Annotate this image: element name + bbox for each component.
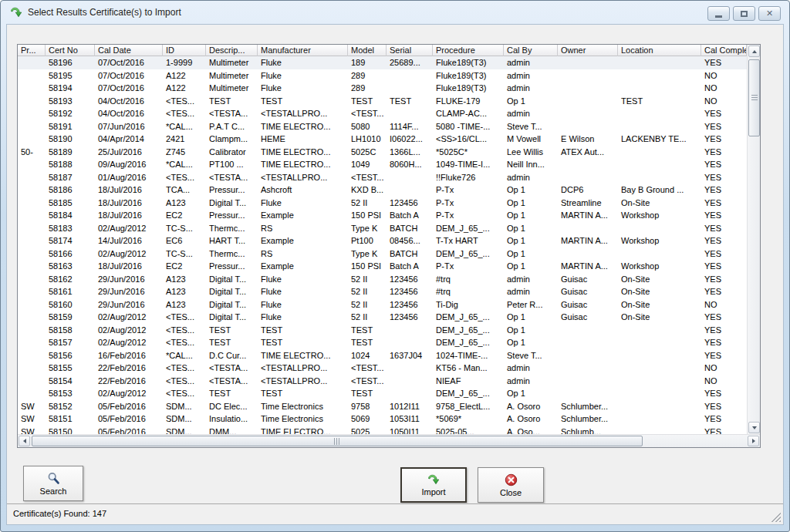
table-row[interactable]: 5819607/Oct/20161-9999MultimeterFluke189… bbox=[18, 56, 747, 69]
cell-calby: admin bbox=[504, 171, 558, 184]
table-row[interactable]: 5818618/Jul/2016TCA...Pressur...Ashcroft… bbox=[18, 184, 747, 197]
column-header-serial[interactable]: Serial bbox=[387, 45, 433, 56]
cell-calby: Op 1 bbox=[504, 336, 558, 349]
cell-owner bbox=[558, 69, 618, 82]
cell-date: 02/Aug/2012 bbox=[95, 336, 163, 349]
cell-cert: 58166 bbox=[46, 247, 95, 261]
title-bar[interactable]: Select Results Certificate(s) to Import … bbox=[1, 1, 789, 24]
cell-proc: Ti-Dig bbox=[433, 298, 504, 311]
column-header-loc[interactable]: Location bbox=[618, 45, 701, 56]
cell-cc: YES bbox=[701, 209, 747, 222]
table-row[interactable]: 5817414/Jul/2016EC6HART T...ExamplePt100… bbox=[18, 234, 747, 247]
table-row[interactable]: 5819204/Oct/2016<TES...<TESTA...<TESTALL… bbox=[18, 107, 747, 120]
cell-model: 52 II bbox=[348, 311, 387, 324]
cell-id: <TES... bbox=[163, 336, 206, 349]
column-header-pr[interactable]: Pr... bbox=[18, 45, 46, 56]
table-row[interactable]: 5816229/Jun/2016A123Digital T...Fluke52 … bbox=[18, 273, 747, 286]
cell-owner: DCP6 bbox=[558, 184, 618, 197]
cell-serial bbox=[387, 171, 433, 184]
horizontal-scroll-thumb[interactable] bbox=[32, 436, 643, 446]
table-row[interactable]: 5815902/Aug/2012<TES...Digital T...Fluke… bbox=[18, 311, 747, 324]
close-window-button[interactable]: ✕ bbox=[758, 6, 781, 21]
column-header-cert[interactable]: Cert No bbox=[46, 45, 95, 56]
cell-owner: MARTIN A... bbox=[558, 209, 618, 222]
cell-date: 18/Jul/2016 bbox=[95, 184, 163, 197]
column-header-date[interactable]: Cal Date bbox=[95, 45, 163, 56]
table-row[interactable]: 5819407/Oct/2016A122MultimeterFluke289Fl… bbox=[18, 82, 747, 95]
cell-cert: 58157 bbox=[46, 336, 95, 349]
table-row[interactable]: 5816129/Jun/2016A123Digital T...Fluke52 … bbox=[18, 285, 747, 298]
table-row[interactable]: 5818518/Jul/2016A123Digital T...Fluke52 … bbox=[18, 197, 747, 210]
import-button[interactable]: Import bbox=[400, 467, 467, 503]
maximize-button[interactable] bbox=[733, 6, 755, 21]
table-row[interactable]: 5816029/Jun/2016A123Digital T...Fluke52 … bbox=[18, 298, 747, 311]
cell-calby: Op 1 bbox=[504, 209, 558, 222]
table-row[interactable]: 5819304/Oct/2016<TES...TESTTESTTESTTESTF… bbox=[18, 95, 747, 108]
cell-cc: YES bbox=[701, 247, 747, 261]
cell-cc: NO bbox=[701, 82, 747, 95]
column-header-id[interactable]: ID bbox=[163, 45, 206, 56]
cell-id: <TES... bbox=[163, 375, 206, 388]
cell-pr bbox=[18, 387, 46, 400]
scroll-left-button[interactable] bbox=[19, 436, 30, 446]
cell-serial: 1053I11 bbox=[387, 412, 433, 426]
cell-id: 1-9999 bbox=[163, 56, 206, 69]
column-header-calby[interactable]: Cal By bbox=[504, 45, 558, 56]
close-button[interactable]: Close bbox=[478, 467, 544, 503]
column-header-cc[interactable]: Cal Complet bbox=[701, 45, 747, 56]
column-header-model[interactable]: Model bbox=[348, 45, 387, 56]
vertical-scrollbar[interactable] bbox=[747, 45, 760, 434]
table-row[interactable]: 5816318/Jul/2016EC2Pressur...Example150 … bbox=[18, 260, 747, 273]
column-header-proc[interactable]: Procedure bbox=[433, 45, 504, 56]
table-row[interactable]: 5818701/Aug/2016<TES...<TESTA...<TESTALL… bbox=[18, 171, 747, 184]
cell-loc: TEST bbox=[618, 95, 701, 108]
cell-loc bbox=[618, 349, 701, 362]
cell-date: 02/Aug/2012 bbox=[95, 387, 163, 400]
column-header-owner[interactable]: Owner bbox=[558, 45, 618, 56]
scroll-right-button[interactable] bbox=[748, 436, 759, 446]
table-row[interactable]: 5816602/Aug/2012TC-S...Thermc...RSType K… bbox=[18, 247, 747, 261]
table-row[interactable]: 5815522/Feb/2016<TES...<TESTA...<TESTALL… bbox=[18, 362, 747, 375]
table-row[interactable]: 5815616/Feb/2016*CAL...D.C Cur...TIME EL… bbox=[18, 349, 747, 362]
cell-pr bbox=[18, 260, 46, 273]
cell-calby: Steve T... bbox=[504, 120, 558, 133]
table-row[interactable]: 5818809/Aug/2016*CAL...PT100 ...TIME ELE… bbox=[18, 158, 747, 171]
cell-manu: TEST bbox=[258, 387, 348, 400]
search-button[interactable]: Search bbox=[23, 466, 83, 501]
cell-date: 29/Jun/2016 bbox=[95, 273, 163, 286]
cell-pr: SW bbox=[18, 400, 46, 413]
column-header-desc[interactable]: Descrip... bbox=[206, 45, 258, 56]
table-row[interactable]: SW5815105/Feb/2016SDM...Insulatio...Time… bbox=[18, 412, 747, 426]
table-row[interactable]: 50-5818925/Jul/2016Z745CalibratorTIME EL… bbox=[18, 146, 747, 159]
certificates-found-count: Certificate(s) Found: 147 bbox=[13, 509, 106, 518]
cell-manu: Fluke bbox=[258, 56, 348, 69]
cell-proc: P-Tx bbox=[433, 260, 504, 273]
table-row[interactable]: 5819004/Apr/20142421Clampm...HEMELH1010I… bbox=[18, 133, 747, 146]
cell-desc: Pressur... bbox=[206, 184, 258, 197]
cell-cert: 58192 bbox=[46, 107, 95, 120]
table-row[interactable]: 5819107/Jun/2016*CAL...P.A.T C...TIME EL… bbox=[18, 120, 747, 133]
cell-cc: YES bbox=[701, 324, 747, 337]
cell-cert: 58185 bbox=[46, 197, 95, 210]
cell-cert: 58163 bbox=[46, 260, 95, 273]
table-row[interactable]: 5815302/Aug/2012<TES...TESTTESTTESTDEM_J… bbox=[18, 387, 747, 400]
cell-pr bbox=[18, 336, 46, 349]
table-row[interactable]: SW5815205/Feb/2016SDM...DC Elec...Time E… bbox=[18, 400, 747, 413]
table-row[interactable]: 5818418/Jul/2016EC2Pressur...Example150 … bbox=[18, 209, 747, 222]
vertical-scroll-thumb[interactable] bbox=[748, 59, 760, 136]
table-row[interactable]: 5819507/Oct/2016A122MultimeterFluke289Fl… bbox=[18, 69, 747, 82]
horizontal-scrollbar[interactable] bbox=[18, 434, 760, 447]
column-header-manu[interactable]: Manufacturer bbox=[258, 45, 348, 56]
cell-manu: TIME ELECTRO... bbox=[258, 158, 348, 171]
cell-cert: 58195 bbox=[46, 69, 95, 82]
scroll-up-button[interactable] bbox=[748, 45, 760, 57]
cell-date: 07/Oct/2016 bbox=[95, 56, 163, 69]
resize-grip[interactable] bbox=[771, 512, 781, 522]
scroll-down-button[interactable] bbox=[748, 422, 760, 433]
table-row[interactable]: 5818302/Aug/2012TC-S...Thermc...RSType K… bbox=[18, 222, 747, 235]
table-row[interactable]: 5815802/Aug/2012<TES...TESTTESTTESTDEM_J… bbox=[18, 324, 747, 337]
minimize-button[interactable] bbox=[707, 6, 730, 21]
table-row[interactable]: 5815702/Aug/2012<TES...TESTTESTTESTDEM_J… bbox=[18, 336, 747, 349]
cell-cert: 58162 bbox=[46, 273, 95, 286]
table-row[interactable]: 5815422/Feb/2016<TES...<TESTA...<TESTALL… bbox=[18, 375, 747, 388]
